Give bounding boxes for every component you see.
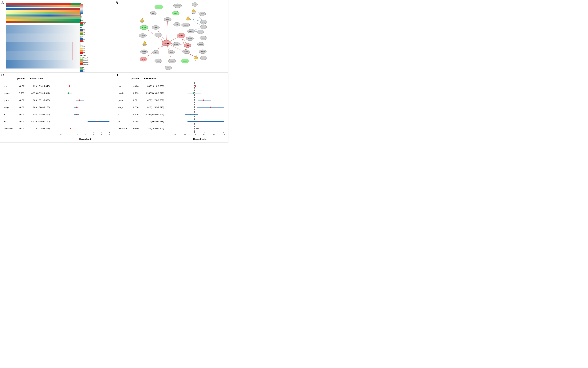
svg-text:MYC: MYC bbox=[195, 60, 198, 61]
svg-rect-1 bbox=[6, 8, 81, 10]
risk-bar bbox=[6, 3, 81, 5]
c-row6-point bbox=[70, 128, 71, 129]
svg-rect-14 bbox=[29, 25, 29, 68]
c-row4-label: T bbox=[4, 113, 5, 116]
d-row2-pval: 0.001 bbox=[133, 99, 139, 101]
legend-area: 10 0 -5 -10 Risk high low N* bbox=[80, 3, 114, 72]
node-myc bbox=[194, 55, 198, 59]
svg-rect-9 bbox=[6, 25, 81, 34]
c-row2-label: grade bbox=[4, 99, 9, 101]
svg-text:GATA3: GATA3 bbox=[185, 51, 188, 52]
c-row2-pval: <0.001 bbox=[19, 99, 26, 101]
risk-low-item: low bbox=[80, 24, 114, 26]
svg-text:NFE2L2: NFE2L2 bbox=[183, 61, 187, 62]
m-legend: M*** M0 M1 bbox=[80, 36, 114, 42]
d-row6-point bbox=[197, 128, 198, 129]
svg-rect-10 bbox=[6, 34, 81, 42]
node-pbx1 bbox=[140, 18, 144, 22]
svg-text:1.0: 1.0 bbox=[193, 134, 196, 136]
d-row1-pval: 0.793 bbox=[133, 92, 139, 94]
c-row4-hr: 1.934(1.635−2.288) bbox=[31, 113, 50, 116]
svg-text:GSS: GSS bbox=[202, 27, 205, 28]
svg-text:FDFT1: FDFT1 bbox=[174, 13, 177, 14]
edge-myc-fancd2 bbox=[166, 43, 196, 57]
panel-c: C pvalue Hazard ratio age <0.001 bbox=[0, 72, 114, 143]
svg-text:CARS: CARS bbox=[179, 35, 183, 36]
svg-text:5: 5 bbox=[101, 134, 102, 136]
c-row4-pval: <0.001 bbox=[19, 113, 26, 116]
c-row5-point bbox=[97, 121, 98, 122]
svg-text:PRDM1: PRDM1 bbox=[189, 31, 193, 32]
d-row3-pval: 0.010 bbox=[133, 106, 139, 109]
svg-text:0.5: 0.5 bbox=[184, 134, 186, 136]
c-x-axis-label: Hazard ratio bbox=[59, 138, 112, 141]
panel-d: D pvalue Hazard ratio age <0.001 1.035(1… bbox=[114, 72, 228, 143]
stage-legend: stage*** Stage I Stage II Stage III Stag… bbox=[80, 55, 114, 65]
panel-a: A bbox=[0, 0, 114, 72]
svg-text:2.0: 2.0 bbox=[213, 134, 215, 136]
d-row1-point bbox=[193, 92, 194, 94]
c-header-pvalue: pvalue bbox=[17, 77, 30, 80]
d-row4-pval: 0.214 bbox=[133, 113, 139, 116]
svg-text:0.0: 0.0 bbox=[174, 134, 177, 136]
c-row6-label: riskScore bbox=[4, 127, 13, 129]
svg-text:BATF: BATF bbox=[170, 52, 173, 53]
svg-text:ETS1: ETS1 bbox=[202, 21, 205, 23]
d-row6-label: riskScore bbox=[118, 127, 127, 129]
svg-text:HEY1: HEY1 bbox=[199, 31, 202, 33]
svg-text:1: 1 bbox=[68, 134, 69, 136]
svg-text:CIITA: CIITA bbox=[202, 57, 205, 59]
node-fli1 bbox=[186, 16, 190, 20]
svg-text:FOXM1: FOXM1 bbox=[166, 19, 169, 20]
d-row4-point bbox=[190, 114, 191, 115]
svg-text:ALOX5: ALOX5 bbox=[199, 44, 203, 45]
risk-legend: Risk high low bbox=[80, 20, 114, 26]
svg-text:LMNB1: LMNB1 bbox=[154, 27, 158, 28]
svg-text:MEF2C: MEF2C bbox=[192, 13, 196, 14]
svg-text:EZH2: EZH2 bbox=[143, 45, 146, 46]
c-row5-label: M bbox=[4, 120, 6, 122]
c-row3-point bbox=[76, 107, 77, 108]
d-row6-pval: <0.001 bbox=[133, 127, 140, 129]
d-row0-pval: <0.001 bbox=[133, 85, 140, 87]
svg-text:1.5: 1.5 bbox=[203, 134, 205, 136]
d-row0-label: age bbox=[118, 85, 121, 87]
svg-text:SREBF2: SREBF2 bbox=[175, 5, 180, 7]
d-row0-hr: 1.035(1.019−1.050) bbox=[146, 85, 164, 87]
svg-text:3: 3 bbox=[84, 134, 85, 136]
svg-text:CBS: CBS bbox=[186, 45, 189, 46]
heatmap-svg: NCOA4 HMGCR FANCD2 CARS SLC7A11 bbox=[6, 3, 81, 71]
d-row3-point bbox=[210, 107, 211, 108]
svg-text:MYBL2: MYBL2 bbox=[157, 35, 160, 36]
d-row2-hr: 1.478(1.170−1.867) bbox=[146, 99, 164, 101]
network-graph: HMGCR SREBF2 CS VDR PBX1 FDFT1 MEF2C GPX… bbox=[114, 0, 228, 72]
svg-text:CEBPA: CEBPA bbox=[201, 37, 205, 39]
d-row5-label: M bbox=[118, 120, 120, 122]
d-header-hr: Hazard ratio bbox=[144, 77, 173, 80]
forest-plot-c: age <0.001 1.029(1.016−1.043) gender 0.7… bbox=[2, 82, 112, 137]
c-row0-label: age bbox=[4, 85, 7, 87]
scale-max: 10 bbox=[80, 3, 82, 4]
d-row4-hr: 0.766(0.504−1.166) bbox=[146, 113, 164, 116]
d-x-axis-label: Hazard ratio bbox=[173, 138, 226, 141]
svg-text:4: 4 bbox=[93, 134, 94, 136]
c-row0-hr: 1.029(1.016−1.043) bbox=[31, 85, 50, 87]
c-row2-hr: 2.303(1.871−2.835) bbox=[31, 99, 50, 101]
c-row6-pval: <0.001 bbox=[19, 127, 26, 129]
grade-legend: grade*** G1 G2 G3 G4 bbox=[80, 66, 114, 72]
d-row5-pval: 0.495 bbox=[133, 120, 139, 122]
t-legend: T*** T1 T2 T3 T4 bbox=[80, 43, 114, 54]
forest-plot-d: age <0.001 1.035(1.019−1.050) gender 0.7… bbox=[116, 82, 226, 137]
c-row1-pval: 0.769 bbox=[19, 92, 24, 94]
node-mef2c bbox=[191, 9, 196, 12]
panel-b-label: B bbox=[116, 1, 118, 5]
d-row5-hr: 1.270(0.640−2.519) bbox=[146, 120, 164, 122]
svg-text:HIF1A: HIF1A bbox=[170, 61, 174, 62]
svg-rect-3 bbox=[6, 12, 81, 14]
d-row0-point bbox=[195, 85, 196, 87]
svg-text:TFRC: TFRC bbox=[176, 24, 178, 25]
svg-rect-6 bbox=[6, 19, 81, 21]
svg-text:0: 0 bbox=[60, 134, 61, 136]
svg-text:NCAPG: NCAPG bbox=[174, 44, 178, 45]
d-row3-hr: 1.820(1.152−2.875) bbox=[146, 106, 164, 109]
